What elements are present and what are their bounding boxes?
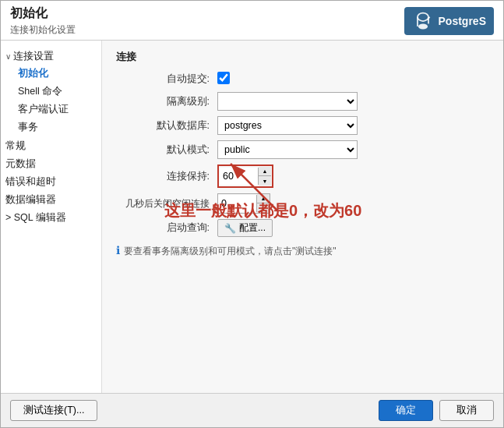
sidebar-group-common[interactable]: 常规 (1, 136, 101, 154)
dialog-title: 初始化 (10, 5, 76, 22)
ok-button[interactable]: 确定 (379, 400, 433, 421)
common-label: 常规 (5, 140, 26, 153)
sidebar-group-data-editor[interactable]: 数据编辑器 (1, 190, 101, 208)
metadata-label: 元数据 (5, 157, 36, 171)
label-default-schema: 默认模式: (116, 143, 217, 157)
sidebar-item-transaction[interactable]: 事务 (1, 118, 101, 136)
sidebar-group-error[interactable]: 错误和超时 (1, 172, 101, 190)
info-row: ℹ 要查看事务隔离级别和可用模式，请点击"测试连接" (116, 245, 489, 258)
info-icon: ℹ (116, 244, 120, 256)
checkbox-autocommit[interactable] (217, 72, 230, 84)
spinner-keepalive: ▲ ▼ (217, 164, 273, 188)
spinner-down-idle[interactable]: ▼ (257, 203, 270, 213)
row-isolation: 隔离级别: (116, 92, 489, 111)
row-startup-query: 启动查询: 🔧 配置... (116, 219, 489, 237)
postgres-icon (412, 10, 434, 32)
ctrl-idle-close: ▲ ▼ (217, 193, 389, 214)
label-keepalive: 连接保持: (116, 170, 217, 183)
sidebar-item-init[interactable]: 初始化 (1, 65, 101, 83)
svg-rect-2 (417, 17, 418, 27)
arrow-icon: ∨ (5, 52, 11, 61)
ctrl-default-schema: public (217, 140, 389, 159)
test-connection-button[interactable]: 测试连接(T)... (10, 400, 97, 421)
row-autocommit: 自动提交: (116, 72, 489, 87)
select-isolation[interactable] (217, 92, 358, 111)
label-isolation: 隔离级别: (116, 95, 217, 108)
section-title: 连接 (116, 50, 489, 64)
row-default-schema: 默认模式: public (116, 140, 489, 159)
spinner-idle: ▲ ▼ (217, 193, 270, 214)
ctrl-default-db: postgres (217, 116, 389, 135)
error-label: 错误和超时 (5, 175, 56, 189)
row-default-db: 默认数据库: postgres (116, 116, 489, 135)
sidebar-group-metadata[interactable]: 元数据 (1, 154, 101, 172)
footer-right: 确定 取消 (379, 400, 494, 421)
sidebar-group-label: 连接设置 (13, 50, 54, 63)
sidebar-item-shell[interactable]: Shell 命令 (1, 83, 101, 101)
info-text: 要查看事务隔离级别和可用模式，请点击"测试连接" (124, 245, 337, 258)
ctrl-autocommit (217, 72, 389, 87)
input-keepalive[interactable] (220, 168, 259, 185)
spinner-down-keepalive[interactable]: ▼ (259, 176, 271, 186)
title-bar: 初始化 连接初始化设置 PostgreS (1, 1, 503, 41)
spinner-up-keepalive[interactable]: ▲ (259, 167, 271, 176)
spinner-up-idle[interactable]: ▲ (257, 194, 270, 203)
input-idle-close[interactable] (218, 195, 257, 212)
select-default-db[interactable]: postgres (217, 116, 358, 135)
select-default-schema[interactable]: public (217, 140, 358, 159)
ctrl-startup-query: 🔧 配置... (217, 219, 389, 237)
svg-point-1 (418, 13, 427, 20)
ctrl-keepalive: ▲ ▼ (217, 164, 389, 188)
sidebar-group-sql-editor[interactable]: > SQL 编辑器 (1, 208, 101, 226)
footer: 测试连接(T)... 确定 取消 (1, 393, 503, 427)
spinner-btns-keepalive: ▲ ▼ (259, 167, 271, 186)
title-left: 初始化 连接初始化设置 (10, 5, 76, 37)
configure-button[interactable]: 🔧 配置... (217, 219, 273, 237)
footer-left: 测试连接(T)... (10, 400, 97, 421)
ctrl-isolation (217, 92, 389, 111)
label-idle-close: 几秒后关闭空闲连接 (116, 198, 217, 210)
row-idle-close: 几秒后关闭空闲连接 ▲ ▼ (116, 193, 489, 214)
dialog-subtitle: 连接初始化设置 (10, 23, 76, 37)
label-autocommit: 自动提交: (116, 73, 217, 86)
logo-text: PostgreS (439, 15, 486, 27)
sidebar-item-client-auth[interactable]: 客户端认证 (1, 101, 101, 118)
data-editor-label: 数据编辑器 (5, 193, 56, 207)
label-startup-query: 启动查询: (116, 221, 217, 235)
sidebar: ∨ 连接设置 初始化 Shell 命令 客户端认证 事务 常规 元数据 错误和超… (1, 41, 102, 393)
row-keepalive: 连接保持: ▲ ▼ (116, 164, 489, 188)
spinner-btns-idle: ▲ ▼ (257, 194, 270, 213)
settings-panel: 连接 自动提交: 隔离级别: 默认数据库: (102, 41, 503, 393)
sql-editor-label: > SQL 编辑器 (5, 211, 66, 225)
configure-icon: 🔧 (224, 223, 236, 234)
label-default-db: 默认数据库: (116, 119, 217, 133)
configure-label: 配置... (239, 221, 266, 235)
postgres-logo: PostgreS (404, 7, 494, 35)
svg-point-4 (418, 24, 427, 30)
main-content: ∨ 连接设置 初始化 Shell 命令 客户端认证 事务 常规 元数据 错误和超… (1, 41, 503, 393)
dialog: 初始化 连接初始化设置 PostgreS ∨ 连接设置 初始化 Shel (0, 0, 504, 428)
cancel-button[interactable]: 取消 (439, 400, 494, 421)
sidebar-group-connection[interactable]: ∨ 连接设置 (1, 47, 101, 65)
